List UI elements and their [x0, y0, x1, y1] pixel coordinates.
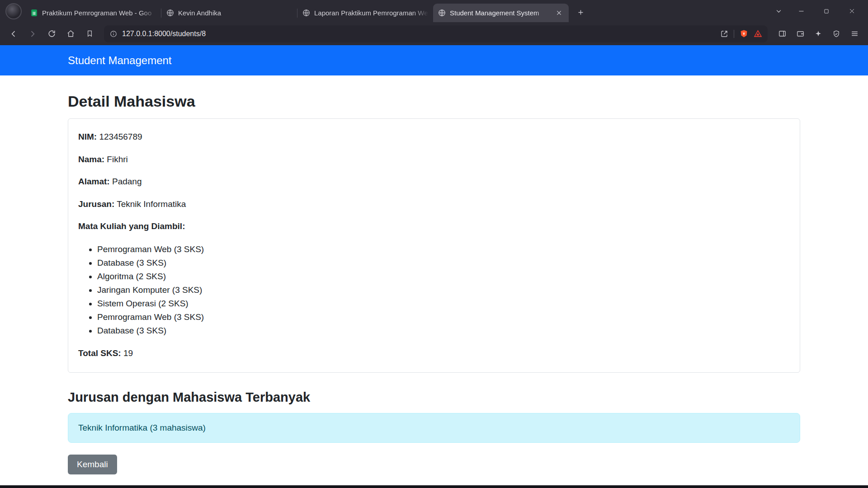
bookmark-icon[interactable]	[81, 26, 98, 42]
share-icon[interactable]	[720, 30, 728, 38]
navbar-brand[interactable]: Student Management	[68, 54, 172, 66]
tab-praktikum[interactable]: Praktikum Pemrograman Web - Goo	[25, 4, 161, 22]
sheets-icon	[30, 9, 38, 17]
sidebar-icon[interactable]	[774, 26, 790, 42]
browser-profile-icon[interactable]	[5, 3, 22, 19]
list-item: Jaringan Komputer (3 SKS)	[97, 283, 790, 297]
toolbar-separator	[734, 30, 734, 38]
field-label: Mata Kuliah yang Diambil:	[78, 221, 185, 231]
list-item: Sistem Operasi (2 SKS)	[97, 297, 790, 310]
field-nama: Nama: Fikhri	[78, 153, 790, 166]
tab-title: Laporan Praktikum Pemrograman We	[314, 9, 429, 17]
globe-icon	[302, 9, 310, 17]
total-sks: Total SKS: 19	[78, 347, 790, 360]
student-detail-card: NIM: 123456789 Nama: Fikhri Alamat: Pada…	[68, 118, 800, 373]
url-bar[interactable]: 127.0.0.1:8000/students/8	[104, 25, 768, 42]
url-text[interactable]: 127.0.0.1:8000/students/8	[122, 30, 716, 38]
list-item: Pemrograman Web (3 SKS)	[97, 243, 790, 256]
main-content: Detail Mahasiswa NIM: 123456789 Nama: Fi…	[68, 75, 800, 474]
address-toolbar: 127.0.0.1:8000/students/8	[0, 22, 868, 45]
field-jurusan: Jurusan: Teknik Informatika	[78, 198, 790, 211]
section-title: Jurusan dengan Mahasiswa Terbanyak	[68, 390, 800, 405]
brave-shield-icon[interactable]	[740, 29, 748, 38]
tab-bar: Praktikum Pemrograman Web - Goo Kevin An…	[0, 0, 868, 22]
tab-close-icon[interactable]	[553, 8, 564, 19]
field-value: 123456789	[99, 132, 142, 141]
list-item: Algoritma (2 SKS)	[97, 270, 790, 283]
field-value: Fikhri	[107, 155, 127, 164]
leo-ai-icon[interactable]	[810, 26, 826, 42]
tab-search-chevron-icon[interactable]	[769, 0, 788, 22]
reload-icon[interactable]	[43, 26, 60, 42]
field-alamat: Alamat: Padang	[78, 175, 790, 188]
tab-laporan[interactable]: Laporan Praktikum Pemrograman We	[297, 4, 433, 22]
window-bottom-edge	[0, 485, 868, 488]
courses-label: Mata Kuliah yang Diambil:	[78, 220, 790, 233]
field-value: 19	[123, 348, 133, 358]
back-button[interactable]: Kembali	[68, 455, 117, 474]
browser-window: Praktikum Pemrograman Web - Goo Kevin An…	[0, 0, 868, 488]
wallet-icon[interactable]	[792, 26, 808, 42]
field-value: Teknik Informatika	[117, 199, 186, 209]
list-item: Pemrograman Web (3 SKS)	[97, 310, 790, 324]
close-window-button[interactable]	[839, 0, 864, 22]
tab-title: Kevin Andhika	[178, 9, 292, 17]
page-title: Detail Mahasiswa	[68, 93, 800, 110]
tab-title: Praktikum Pemrograman Web - Goo	[42, 9, 156, 17]
courses-list: Pemrograman Web (3 SKS) Database (3 SKS)…	[78, 243, 790, 338]
info-alert: Teknik Informatika (3 mahasiswa)	[68, 413, 800, 443]
tab-title: Student Management System	[450, 9, 549, 17]
field-label: Alamat:	[78, 177, 110, 186]
globe-icon	[166, 9, 174, 17]
field-nim: NIM: 123456789	[78, 131, 790, 144]
field-label: NIM:	[78, 132, 97, 141]
window-controls	[769, 0, 864, 22]
globe-icon	[438, 9, 446, 17]
vpn-shield-icon[interactable]	[828, 26, 844, 42]
site-navbar: Student Management	[0, 45, 868, 75]
site-info-icon[interactable]	[109, 30, 118, 38]
maximize-button[interactable]	[814, 0, 839, 22]
new-tab-button[interactable]	[572, 4, 589, 20]
tab-student-management[interactable]: Student Management System	[433, 4, 569, 22]
forward-icon[interactable]	[24, 26, 41, 42]
list-item: Database (3 SKS)	[97, 324, 790, 338]
toolbar-right-icons	[774, 26, 863, 42]
field-label: Total SKS:	[78, 348, 121, 358]
home-icon[interactable]	[62, 26, 79, 42]
url-actions	[720, 29, 762, 38]
menu-icon[interactable]	[846, 26, 863, 42]
field-value: Padang	[112, 177, 142, 186]
page-viewport: Student Management Detail Mahasiswa NIM:…	[0, 45, 868, 485]
minimize-button[interactable]	[788, 0, 814, 22]
list-item: Database (3 SKS)	[97, 256, 790, 270]
tab-kevin-andhika[interactable]: Kevin Andhika	[161, 4, 297, 22]
back-icon[interactable]	[5, 26, 22, 42]
field-label: Jurusan:	[78, 199, 114, 209]
field-label: Nama:	[78, 155, 104, 164]
brave-rewards-icon[interactable]	[754, 29, 762, 38]
